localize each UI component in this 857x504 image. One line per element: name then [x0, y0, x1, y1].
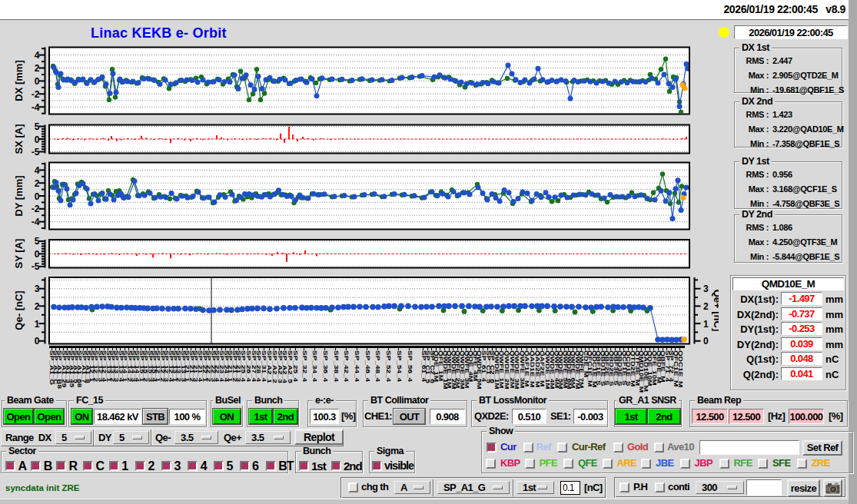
- svg-text:-2: -2: [32, 204, 40, 214]
- svg-text:SY [A]: SY [A]: [13, 239, 25, 269]
- svg-text:Qe+ [nC]: Qe+ [nC]: [712, 290, 719, 332]
- svg-text:DY [mm]: DY [mm]: [13, 175, 25, 216]
- svg-text:-5: -5: [32, 261, 40, 272]
- svg-text:2: 2: [35, 178, 40, 189]
- svg-text:-4: -4: [32, 102, 40, 113]
- svg-text:0: 0: [35, 191, 40, 202]
- svg-text:0: 0: [35, 76, 40, 87]
- svg-text:2: 2: [35, 63, 40, 74]
- svg-text:2: 2: [703, 301, 709, 312]
- svg-text:3: 3: [703, 284, 709, 294]
- svg-text:Qe- [nC]: Qe- [nC]: [13, 290, 25, 330]
- svg-text:1: 1: [35, 319, 40, 330]
- svg-text:5: 5: [35, 236, 40, 247]
- svg-text:2: 2: [35, 301, 40, 312]
- svg-text:-5: -5: [32, 147, 40, 158]
- svg-text:0: 0: [703, 336, 709, 346]
- svg-text:0: 0: [35, 249, 40, 260]
- svg-text:1: 1: [703, 319, 709, 330]
- svg-text:DX [mm]: DX [mm]: [13, 60, 25, 101]
- svg-text:0: 0: [35, 336, 40, 346]
- svg-text:3: 3: [35, 284, 40, 294]
- svg-text:5: 5: [35, 121, 40, 132]
- svg-text:0: 0: [35, 134, 40, 145]
- svg-text:-4: -4: [32, 217, 40, 227]
- svg-text:SX [A]: SX [A]: [13, 124, 25, 154]
- svg-text:-2: -2: [32, 89, 40, 100]
- svg-text:4: 4: [35, 165, 40, 176]
- svg-text:4: 4: [35, 50, 40, 61]
